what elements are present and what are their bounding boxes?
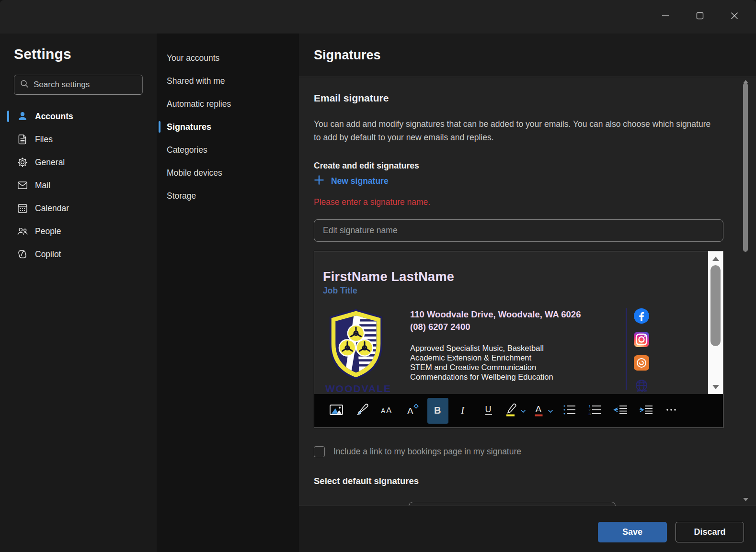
chevron-down-icon[interactable] bbox=[520, 406, 526, 415]
selected-indicator bbox=[159, 121, 160, 133]
svg-text:A: A bbox=[536, 404, 542, 414]
chevron-down-icon[interactable] bbox=[548, 406, 553, 415]
default-signature-dropdown[interactable] bbox=[409, 502, 616, 506]
settings-search-box[interactable] bbox=[14, 75, 143, 95]
bookings-checkbox[interactable] bbox=[314, 446, 325, 457]
font-color-button[interactable]: A bbox=[532, 398, 555, 424]
signature-editor-content[interactable]: FirstName LastName Job Title bbox=[314, 251, 723, 394]
bullet-list-icon bbox=[562, 404, 577, 418]
svg-text:B: B bbox=[434, 405, 441, 416]
insert-image-icon bbox=[329, 404, 344, 418]
sidebar-item-calendar[interactable]: Calendar bbox=[14, 197, 143, 220]
settings-sidebar: Settings AccountsFilesGeneralMailCalenda… bbox=[0, 34, 157, 552]
bold-button[interactable]: B bbox=[427, 398, 448, 424]
sidebar-item-mail[interactable]: Mail bbox=[14, 174, 143, 197]
subnav-item-label: Categories bbox=[167, 145, 207, 155]
subnav-item-label: Mobile devices bbox=[167, 168, 222, 178]
subnav-item-storage[interactable]: Storage bbox=[157, 184, 299, 207]
svg-text:I: I bbox=[460, 405, 465, 416]
copilot-icon bbox=[17, 248, 28, 260]
sidebar-item-label: Copilot bbox=[35, 249, 61, 259]
numbered-list-button[interactable]: 123 bbox=[584, 398, 606, 424]
subnav-item-mobile-devices[interactable]: Mobile devices bbox=[157, 161, 299, 184]
close-icon bbox=[731, 12, 738, 22]
select-default-signatures-heading: Select default signatures bbox=[314, 475, 756, 487]
settings-dialog: Settings AccountsFilesGeneralMailCalenda… bbox=[0, 34, 756, 552]
signature-address-block: 110 Woodvale Drive, Woodvale, WA 6026 (0… bbox=[410, 308, 626, 394]
subnav-item-your-accounts[interactable]: Your accounts bbox=[157, 46, 299, 69]
minimize-button[interactable] bbox=[654, 7, 676, 27]
signature-detail-line: Approved Specialist Music, Basketball bbox=[410, 343, 626, 353]
settings-search-input[interactable] bbox=[34, 80, 139, 90]
email-signature-heading: Email signature bbox=[314, 91, 756, 105]
settings-nav-list: AccountsFilesGeneralMailCalendarPeopleCo… bbox=[14, 105, 143, 266]
editor-scrollbar-thumb[interactable] bbox=[710, 265, 721, 346]
maximize-icon bbox=[696, 12, 704, 22]
svg-text:A: A bbox=[386, 406, 392, 415]
sidebar-item-general[interactable]: General bbox=[14, 151, 143, 174]
instagram-icon bbox=[634, 332, 649, 349]
close-button[interactable] bbox=[723, 7, 745, 27]
svg-text:3: 3 bbox=[589, 412, 591, 416]
editor-scroll-down-icon[interactable] bbox=[708, 382, 723, 392]
editor-scrollbar[interactable] bbox=[708, 251, 723, 394]
signature-editor: FirstName LastName Job Title bbox=[314, 251, 723, 428]
person-icon bbox=[17, 111, 28, 122]
signature-social-icons: w w w bbox=[634, 308, 649, 394]
signature-name-input[interactable] bbox=[314, 219, 723, 242]
subnav-item-categories[interactable]: Categories bbox=[157, 138, 299, 161]
subnav-item-automatic-replies[interactable]: Automatic replies bbox=[157, 92, 299, 115]
font-size-button[interactable]: A bbox=[402, 398, 423, 424]
page-scrollbar-thumb[interactable] bbox=[743, 83, 748, 252]
sidebar-item-people[interactable]: People bbox=[14, 220, 143, 243]
signatures-panel: Signatures Email signature You can add a… bbox=[299, 34, 756, 552]
svg-text:A: A bbox=[381, 407, 386, 415]
font-button[interactable]: AA bbox=[377, 398, 398, 424]
sidebar-item-files[interactable]: Files bbox=[14, 128, 143, 151]
editor-scroll-up-icon[interactable] bbox=[708, 254, 723, 263]
discard-button[interactable]: Discard bbox=[676, 522, 744, 542]
page-scrollbar[interactable] bbox=[741, 77, 750, 506]
gear-icon bbox=[17, 157, 28, 168]
signature-detail-lines: Approved Specialist Music, BasketballAca… bbox=[410, 343, 626, 382]
subnav-item-label: Your accounts bbox=[167, 53, 219, 63]
subnav-item-shared-with-me[interactable]: Shared with me bbox=[157, 69, 299, 92]
chat-app-icon bbox=[634, 355, 649, 372]
signature-detail-line: Academic Extension & Enrichment bbox=[410, 353, 626, 362]
sidebar-item-accounts[interactable]: Accounts bbox=[14, 105, 143, 128]
subnav-item-label: Automatic replies bbox=[167, 99, 231, 109]
sidebar-item-copilot[interactable]: Copilot bbox=[14, 243, 143, 266]
new-signature-button[interactable]: New signature bbox=[314, 175, 419, 187]
format-painter-icon bbox=[355, 403, 369, 419]
subnav-item-label: Storage bbox=[167, 191, 196, 201]
decrease-indent-button[interactable] bbox=[610, 398, 631, 424]
more-options-icon bbox=[664, 404, 678, 418]
signature-name-error: Please enter a signature name. bbox=[314, 196, 756, 208]
maximize-button[interactable] bbox=[689, 7, 711, 27]
increase-indent-button[interactable] bbox=[635, 398, 656, 424]
sidebar-item-label: Calendar bbox=[35, 203, 69, 214]
underline-icon: U bbox=[483, 403, 494, 418]
bookings-checkbox-row: Include a link to my bookings page in my… bbox=[314, 445, 756, 458]
italic-button[interactable]: I bbox=[453, 398, 474, 424]
more-options-button[interactable] bbox=[661, 398, 682, 424]
text-highlight-button[interactable] bbox=[504, 398, 527, 424]
increase-indent-icon bbox=[638, 404, 653, 418]
insert-image-button[interactable] bbox=[326, 398, 347, 424]
signature-phone-line: (08) 6207 2400 bbox=[410, 321, 626, 333]
email-signature-description: You can add and modify signatures that c… bbox=[314, 117, 719, 144]
signature-vertical-divider bbox=[626, 308, 627, 390]
outlook-settings-window: { "titlebar": { "controls": [ { "name": … bbox=[0, 0, 756, 552]
format-painter-button[interactable] bbox=[351, 398, 372, 424]
woodvale-shield-logo-icon bbox=[325, 373, 387, 382]
save-button[interactable]: Save bbox=[598, 522, 667, 542]
panel-header: Signatures bbox=[299, 34, 756, 77]
subnav-item-signatures[interactable]: Signatures bbox=[157, 115, 299, 138]
panel-footer: Save Discard bbox=[299, 506, 756, 552]
decrease-indent-icon bbox=[613, 404, 628, 418]
bullet-list-button[interactable] bbox=[559, 398, 580, 424]
text-highlight-icon bbox=[505, 403, 517, 419]
window-titlebar bbox=[0, 0, 756, 34]
page-scroll-down-icon[interactable] bbox=[741, 496, 750, 503]
underline-button[interactable]: U bbox=[478, 398, 499, 424]
